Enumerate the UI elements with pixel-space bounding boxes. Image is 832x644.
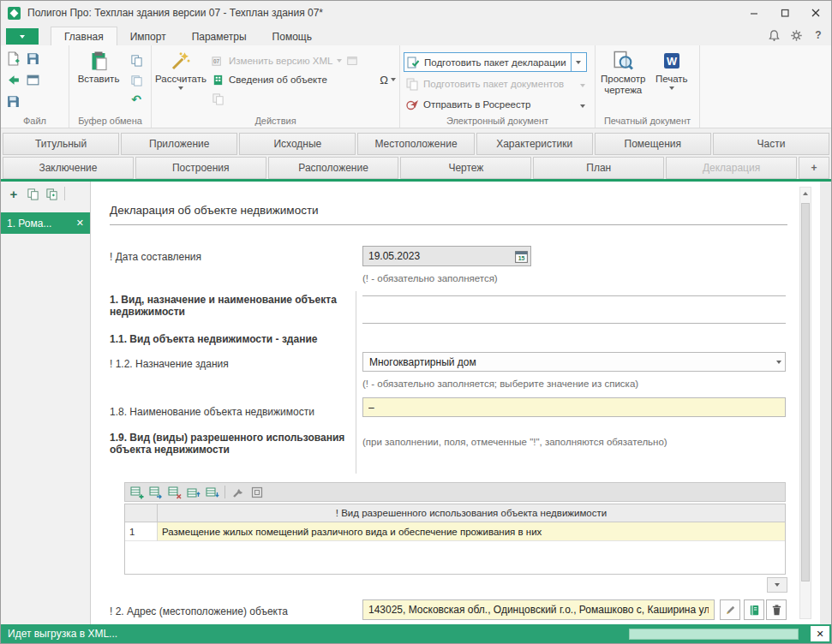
declaration-form: Декларация об объекте недвижимости ! Дат…: [91, 182, 820, 624]
tab-ishodnye[interactable]: Исходные: [239, 133, 356, 155]
prepare-declaration-dropdown[interactable]: [571, 53, 584, 71]
table-add-row-button[interactable]: [129, 484, 145, 500]
tab-plan[interactable]: План: [533, 157, 664, 179]
table-row[interactable]: 1 Размещение жилых помещений различного …: [125, 522, 785, 541]
chevron-down-icon: [20, 35, 25, 39]
table-delete-row-button[interactable]: [166, 484, 183, 500]
table-move-row-up-button[interactable]: [185, 484, 201, 500]
prepare-documents-label: Подготовить пакет документов: [423, 79, 564, 89]
copy-structure-button[interactable]: [44, 186, 59, 201]
tab-raspolozhenie[interactable]: Расположение: [268, 157, 399, 179]
section-1-1-label: 1.1. Вид объекта недвижимости - здание: [110, 333, 358, 345]
send-rosreestr-button[interactable]: Отправить в Росреестр: [404, 95, 587, 113]
document-tab-close-icon[interactable]: ✕: [76, 218, 84, 229]
back-button[interactable]: [4, 71, 21, 88]
copy-button[interactable]: [128, 51, 145, 69]
group-label-printdoc: Печатный документ: [599, 115, 696, 128]
building-purpose-select[interactable]: Многоквартирный дом: [362, 352, 786, 372]
page-title: Декларация об объекте недвижимости: [110, 204, 319, 217]
calendar-button[interactable]: 15: [512, 247, 530, 265]
duplicate-object-button[interactable]: [25, 186, 40, 201]
building-purpose-label: ! 1.2. Назначение здания: [110, 358, 229, 370]
section-tabstrip: Титульный Приложение Исходные Местополож…: [1, 128, 831, 182]
send-rosreestr-dropdown[interactable]: [575, 99, 585, 110]
add-object-button[interactable]: +: [6, 186, 21, 201]
object-name-input[interactable]: [362, 397, 786, 417]
tab-deklaratsiya[interactable]: Декларация: [666, 157, 797, 179]
maximize-icon: [779, 7, 791, 19]
document-tab-active[interactable]: 1. Рома... ✕: [1, 212, 90, 234]
save-button[interactable]: [24, 50, 41, 67]
change-xml-version-button[interactable]: 07 Изменить версию XML: [212, 53, 396, 69]
tab-import[interactable]: Импорт: [117, 27, 179, 45]
table-scroll-down-button[interactable]: [767, 577, 787, 593]
tab-titulny[interactable]: Титульный: [3, 133, 119, 155]
table-move-row-down-button[interactable]: [204, 484, 220, 500]
tab-prilozhenie[interactable]: Приложение: [121, 133, 237, 155]
tab-chertezh[interactable]: Чертеж: [400, 157, 531, 179]
form-scrollbar[interactable]: [799, 187, 811, 619]
status-close-button[interactable]: ✕: [811, 626, 829, 641]
table-expand-button[interactable]: [248, 484, 265, 500]
tab-glavnaya[interactable]: Главная: [51, 27, 117, 45]
close-icon: [810, 7, 822, 19]
settings-button[interactable]: [788, 28, 804, 42]
chevron-down-icon: [178, 86, 183, 90]
table-insert-row-button[interactable]: [147, 484, 164, 500]
address-input[interactable]: [362, 599, 715, 620]
chevron-up-icon: [803, 192, 808, 195]
open-project-button[interactable]: [24, 71, 41, 88]
app-menu-button[interactable]: [6, 28, 39, 45]
close-button[interactable]: [800, 1, 831, 25]
minimize-button[interactable]: [739, 1, 769, 25]
tab-parametry[interactable]: Параметры: [179, 27, 260, 45]
help-button[interactable]: ?: [811, 28, 826, 42]
paste-label: Вставить: [78, 74, 120, 85]
scrollbar-thumb[interactable]: [801, 203, 810, 581]
print-button[interactable]: W Печать: [648, 48, 697, 92]
usage-value-cell[interactable]: Размещение жилых помещений различного ви…: [158, 522, 785, 541]
save-all-button[interactable]: [4, 92, 21, 110]
prepare-declaration-button[interactable]: Подготовить пакет декларации: [404, 52, 587, 72]
usage-hint: (при заполнении, поля, отмеченные "!", з…: [362, 437, 667, 447]
date-input[interactable]: [363, 250, 512, 262]
notifications-button[interactable]: [766, 28, 781, 42]
wrench-icon: [231, 486, 245, 499]
maximize-button[interactable]: [769, 1, 800, 25]
add-tab-button[interactable]: +: [799, 157, 829, 179]
paste-button[interactable]: Вставить: [73, 48, 124, 87]
omega-button[interactable]: Ω: [380, 74, 396, 86]
scroll-up-button[interactable]: [800, 188, 811, 200]
prepare-documents-dropdown[interactable]: [575, 79, 585, 89]
prepare-documents-button[interactable]: Подготовить пакет документов: [404, 75, 587, 92]
new-document-button[interactable]: [4, 50, 21, 67]
building-purpose-hint: (! - обязательно заполняется; выберите з…: [362, 379, 638, 389]
toolbar-separator: [64, 187, 65, 200]
edit-address-button[interactable]: [720, 599, 740, 620]
minimize-icon: [748, 7, 760, 19]
delete-address-button[interactable]: [766, 599, 787, 620]
tab-pomosch[interactable]: Помощь: [260, 27, 325, 45]
date-field[interactable]: 15: [362, 246, 531, 266]
duplicate-button[interactable]: [128, 71, 145, 88]
date-label: ! Дата составления: [110, 251, 201, 263]
tab-pomescheniya[interactable]: Помещения: [595, 133, 711, 155]
table-edit-cell-button[interactable]: [230, 484, 246, 500]
calculate-label: Рассчитать: [155, 74, 207, 85]
calculate-button[interactable]: Рассчитать: [155, 48, 207, 92]
tab-postroeniya[interactable]: Построения: [135, 157, 266, 179]
object-info-button[interactable]: Сведения об объекте Ω: [212, 72, 396, 87]
date-hint: (! - обязательно заполняется): [362, 273, 498, 283]
usage-label: 1.9. Вид (виды) разрешенного использован…: [110, 432, 350, 456]
ribbon-group-clipboard: Вставить ↶ Буфер обмена: [69, 45, 152, 128]
empty-field-line: [362, 323, 786, 324]
group-actions-extra-button[interactable]: [212, 91, 396, 106]
drawing-preview-button[interactable]: Просмотр чертежа: [599, 48, 648, 98]
tab-chasti[interactable]: Части: [713, 133, 829, 155]
address-book-button[interactable]: [744, 599, 764, 620]
undo-button[interactable]: ↶: [128, 91, 145, 108]
document-tab-label: 1. Рома...: [7, 218, 76, 230]
tab-zaklyuchenie[interactable]: Заключение: [3, 157, 134, 179]
tab-harakteristiki[interactable]: Характеристики: [476, 133, 593, 155]
tab-mestopolozhenie[interactable]: Местоположение: [357, 133, 474, 155]
